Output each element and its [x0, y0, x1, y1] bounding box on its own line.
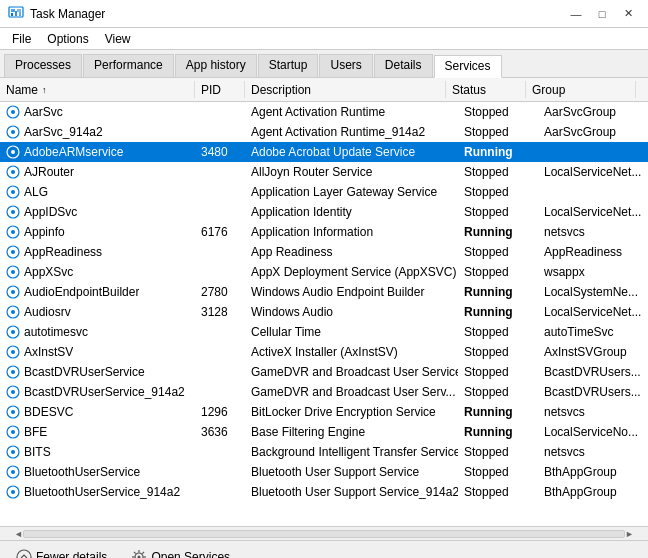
tab-performance[interactable]: Performance	[83, 54, 174, 77]
tab-processes[interactable]: Processes	[4, 54, 82, 77]
services-table-body[interactable]: AarSvcAgent Activation RuntimeStoppedAar…	[0, 102, 648, 526]
tab-details[interactable]: Details	[374, 54, 433, 77]
service-icon	[6, 465, 20, 479]
service-name: autotimesvc	[24, 325, 88, 339]
service-status-cell: Stopped	[458, 162, 538, 182]
tab-services[interactable]: Services	[434, 55, 502, 78]
service-name-cell: BFE	[0, 422, 195, 442]
title-bar: Task Manager — □ ✕	[0, 0, 648, 28]
minimize-button[interactable]: —	[564, 5, 588, 23]
svg-point-45	[11, 490, 15, 494]
tab-app-history[interactable]: App history	[175, 54, 257, 77]
service-description-cell: Agent Activation Runtime	[245, 102, 458, 122]
menu-options[interactable]: Options	[39, 30, 96, 47]
task-manager-icon	[8, 6, 24, 22]
svg-point-13	[11, 170, 15, 174]
open-services-icon	[131, 549, 147, 559]
service-name: BluetoothUserService_914a2	[24, 485, 180, 499]
service-pid-cell: 6176	[195, 222, 245, 242]
table-row[interactable]: ALGApplication Layer Gateway ServiceStop…	[0, 182, 648, 202]
service-pid-cell	[195, 162, 245, 182]
table-row[interactable]: BluetoothUserServiceBluetooth User Suppo…	[0, 462, 648, 482]
table-row[interactable]: AdobeARMservice3480Adobe Acrobat Update …	[0, 142, 648, 162]
svg-point-31	[11, 350, 15, 354]
scroll-right-button[interactable]: ►	[625, 529, 634, 539]
table-row[interactable]: Audiosrv3128Windows AudioRunningLocalSer…	[0, 302, 648, 322]
table-row[interactable]: Appinfo6176Application InformationRunnin…	[0, 222, 648, 242]
menu-file[interactable]: File	[4, 30, 39, 47]
table-row[interactable]: BDESVC1296BitLocker Drive Encryption Ser…	[0, 402, 648, 422]
service-status-cell: Stopped	[458, 482, 538, 502]
table-row[interactable]: BcastDVRUserServiceGameDVR and Broadcast…	[0, 362, 648, 382]
table-row[interactable]: BFE3636Base Filtering EngineRunningLocal…	[0, 422, 648, 442]
table-row[interactable]: BcastDVRUserService_914a2GameDVR and Bro…	[0, 382, 648, 402]
service-status-cell: Stopped	[458, 442, 538, 462]
service-description-cell: BitLocker Drive Encryption Service	[245, 402, 458, 422]
svg-point-19	[11, 230, 15, 234]
table-row[interactable]: autotimesvcCellular TimeStoppedautoTimeS…	[0, 322, 648, 342]
service-icon	[6, 345, 20, 359]
tab-users[interactable]: Users	[319, 54, 372, 77]
service-pid-cell: 3636	[195, 422, 245, 442]
service-name: BITS	[24, 445, 51, 459]
table-row[interactable]: AppReadinessApp ReadinessStoppedAppReadi…	[0, 242, 648, 262]
open-services-button[interactable]: Open Services	[127, 547, 234, 559]
menu-view[interactable]: View	[97, 30, 139, 47]
fewer-details-button[interactable]: Fewer details	[12, 547, 111, 559]
service-pid-cell	[195, 462, 245, 482]
service-name-cell: Audiosrv	[0, 302, 195, 322]
service-group-cell: AarSvcGroup	[538, 102, 648, 122]
service-description-cell: Application Layer Gateway Service	[245, 182, 458, 202]
table-row[interactable]: AarSvc_914a2Agent Activation Runtime_914…	[0, 122, 648, 142]
svg-rect-4	[15, 11, 17, 16]
service-group-cell: LocalServiceNo...	[538, 422, 648, 442]
service-description-cell: Background Intelligent Transfer Service	[245, 442, 458, 462]
svg-rect-3	[11, 13, 13, 16]
maximize-button[interactable]: □	[590, 5, 614, 23]
service-description-cell: GameDVR and Broadcast User Serv...	[245, 382, 458, 402]
svg-point-17	[11, 210, 15, 214]
table-row[interactable]: AxInstSVActiveX Installer (AxInstSV)Stop…	[0, 342, 648, 362]
horizontal-scrollbar[interactable]: ◄ ►	[0, 526, 648, 540]
scroll-track[interactable]	[23, 530, 625, 538]
service-pid-cell: 1296	[195, 402, 245, 422]
service-status-cell: Stopped	[458, 102, 538, 122]
service-name-cell: AppReadiness	[0, 242, 195, 262]
table-row[interactable]: AJRouterAllJoyn Router ServiceStoppedLoc…	[0, 162, 648, 182]
col-scrollbar-spacer	[636, 81, 648, 98]
service-name-cell: AppXSvc	[0, 262, 195, 282]
service-icon	[6, 265, 20, 279]
col-group[interactable]: Group	[526, 81, 636, 98]
service-group-cell: LocalServiceNet...	[538, 162, 648, 182]
col-pid[interactable]: PID	[195, 81, 245, 98]
table-row[interactable]: AppXSvcAppX Deployment Service (AppXSVC)…	[0, 262, 648, 282]
service-status-cell: Running	[458, 302, 538, 322]
service-description-cell: Bluetooth User Support Service	[245, 462, 458, 482]
service-group-cell: AarSvcGroup	[538, 122, 648, 142]
table-row[interactable]: BITSBackground Intelligent Transfer Serv…	[0, 442, 648, 462]
table-row[interactable]: AarSvcAgent Activation RuntimeStoppedAar…	[0, 102, 648, 122]
service-description-cell: Base Filtering Engine	[245, 422, 458, 442]
svg-point-15	[11, 190, 15, 194]
col-status[interactable]: Status	[446, 81, 526, 98]
service-icon	[6, 305, 20, 319]
table-row[interactable]: BluetoothUserService_914a2Bluetooth User…	[0, 482, 648, 502]
col-description[interactable]: Description	[245, 81, 446, 98]
service-description-cell: Bluetooth User Support Service_914a2	[245, 482, 458, 502]
service-description-cell: GameDVR and Broadcast User Service	[245, 362, 458, 382]
service-status-cell: Running	[458, 402, 538, 422]
table-row[interactable]: AudioEndpointBuilder2780Windows Audio En…	[0, 282, 648, 302]
col-name[interactable]: Name ↑	[0, 81, 195, 98]
service-group-cell: LocalServiceNet...	[538, 202, 648, 222]
title-text: Task Manager	[30, 7, 105, 21]
svg-rect-5	[19, 12, 21, 16]
service-name-cell: Appinfo	[0, 222, 195, 242]
service-name: BluetoothUserService	[24, 465, 140, 479]
table-row[interactable]: AppIDSvcApplication IdentityStoppedLocal…	[0, 202, 648, 222]
svg-rect-1	[11, 9, 15, 12]
close-button[interactable]: ✕	[616, 5, 640, 23]
service-icon	[6, 385, 20, 399]
tab-startup[interactable]: Startup	[258, 54, 319, 77]
svg-point-27	[11, 310, 15, 314]
scroll-left-button[interactable]: ◄	[14, 529, 23, 539]
